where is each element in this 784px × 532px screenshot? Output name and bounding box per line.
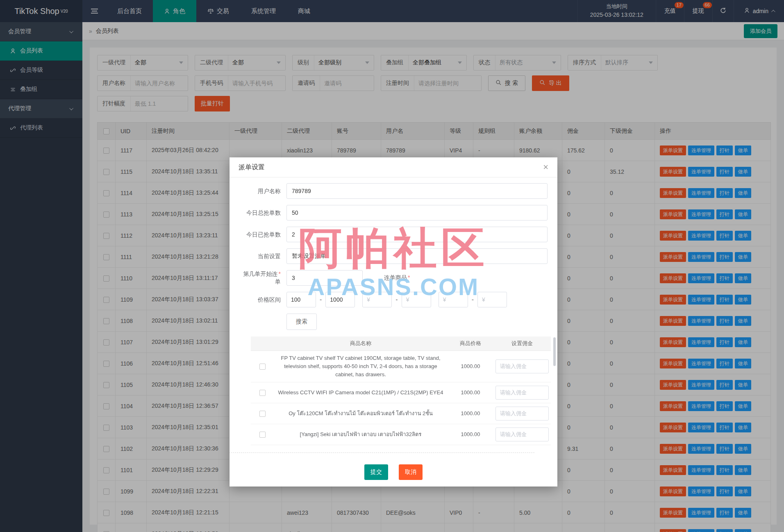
product-commission-cell — [493, 424, 551, 445]
modal-username-label: 用户名称 — [238, 187, 281, 195]
modal-username-input[interactable] — [286, 183, 548, 199]
modal-current-setting-label: 当前设置 — [238, 252, 281, 260]
product-checkbox[interactable] — [259, 390, 266, 396]
chain-product-label: 连单商品* — [384, 274, 410, 282]
modal-grabbed-orders-input[interactable] — [286, 227, 548, 242]
product-select-header — [251, 336, 274, 350]
product-name-header: 商品名称 — [274, 336, 448, 350]
product-row: Oy โต๊ะ120CM โต๊ะทำงานไม้ โต๊ะคอมพิวเตอร… — [251, 403, 551, 424]
product-select-cell — [251, 403, 274, 424]
price-input-0[interactable] — [286, 292, 316, 307]
required-asterisk: * — [279, 271, 281, 277]
price-input-1[interactable] — [325, 292, 355, 307]
modal-search-button[interactable]: 搜索 — [286, 314, 317, 330]
modal-price-range-label: 价格区间 — [238, 296, 281, 304]
modal-title: 派单设置 — [239, 163, 265, 172]
product-commission-cell — [493, 403, 551, 424]
product-commission-header: 设置佣金 — [493, 336, 551, 350]
product-checkbox[interactable] — [259, 364, 266, 370]
product-name: Oy โต๊ะ120CM โต๊ะทำงานไม้ โต๊ะคอมพิวเตอร… — [274, 403, 448, 424]
product-checkbox[interactable] — [259, 432, 266, 438]
product-row: [Yangzi] Seki เตาอบไฟฟ้า เตาอบ เตาอบไฟฟ้… — [251, 424, 551, 445]
commission-input[interactable] — [495, 407, 549, 421]
price-range-dash: - — [395, 296, 398, 303]
product-row: Wireless CCTV WIFI IP Camera model C21(1… — [251, 382, 551, 403]
dashed-divider — [230, 452, 534, 453]
product-name: Wireless CCTV WIFI IP Camera model C21(1… — [274, 382, 448, 403]
product-row: FP TV cabinet TV shelf TV cabinet 190CM,… — [251, 350, 551, 382]
scrollbar-thumb[interactable] — [553, 337, 556, 366]
product-select-cell — [251, 382, 274, 403]
product-commission-cell — [493, 382, 551, 403]
price-input-3[interactable] — [402, 292, 431, 307]
modal-start-order-label: 第几单开始连*单 — [238, 270, 281, 286]
product-checkbox[interactable] — [259, 411, 266, 417]
product-price-header: 商品价格 — [448, 336, 493, 350]
modal-header: 派单设置 × — [230, 157, 557, 177]
price-input-2[interactable] — [362, 292, 392, 307]
submit-button[interactable]: 提交 — [364, 464, 388, 480]
product-select-cell — [251, 350, 274, 382]
product-price: 1000.00 — [448, 424, 493, 445]
price-range-inputs: --- — [286, 292, 507, 307]
product-header-row: 商品名称 商品价格 设置佣金 — [251, 336, 551, 350]
product-name: FP TV cabinet TV shelf TV cabinet 190CM,… — [274, 350, 448, 382]
product-commission-cell — [493, 350, 551, 382]
price-range-dash: - — [472, 296, 474, 303]
commission-input[interactable] — [495, 427, 549, 441]
cancel-button[interactable]: 取消 — [399, 464, 423, 480]
modal-total-orders-input[interactable] — [286, 205, 548, 221]
modal-footer: 提交 取消 — [230, 454, 557, 487]
modal-start-order-input[interactable] — [286, 270, 363, 286]
product-name: [Yangzi] Seki เตาอบไฟฟ้า เตาอบ เตาอบไฟฟ้… — [274, 424, 448, 445]
dispatch-settings-modal: 派单设置 × 用户名称 今日总抢单数 今日已抢单数 当前设置 第几单开始连*单 … — [230, 157, 557, 487]
product-table-wrap: 商品名称 商品价格 设置佣金 FP TV cabinet TV shelf TV… — [251, 336, 551, 445]
commission-input[interactable] — [495, 386, 549, 400]
product-price: 1000.00 — [448, 403, 493, 424]
price-range-dash: - — [320, 296, 322, 303]
product-price: 1000.00 — [448, 350, 493, 382]
modal-grabbed-orders-label: 今日已抢单数 — [238, 231, 281, 239]
product-price: 1000.00 — [448, 382, 493, 403]
modal-total-orders-label: 今日总抢单数 — [238, 209, 281, 217]
close-icon[interactable]: × — [543, 163, 548, 172]
price-input-4[interactable] — [439, 292, 468, 307]
product-table: 商品名称 商品价格 设置佣金 FP TV cabinet TV shelf TV… — [251, 336, 551, 445]
modal-current-setting-input[interactable] — [286, 248, 548, 264]
required-asterisk: * — [408, 274, 410, 281]
modal-body: 用户名称 今日总抢单数 今日已抢单数 当前设置 第几单开始连*单 连单商品* 价… — [230, 177, 557, 454]
product-select-cell — [251, 424, 274, 445]
price-input-5[interactable] — [477, 292, 507, 307]
commission-input[interactable] — [495, 359, 549, 373]
